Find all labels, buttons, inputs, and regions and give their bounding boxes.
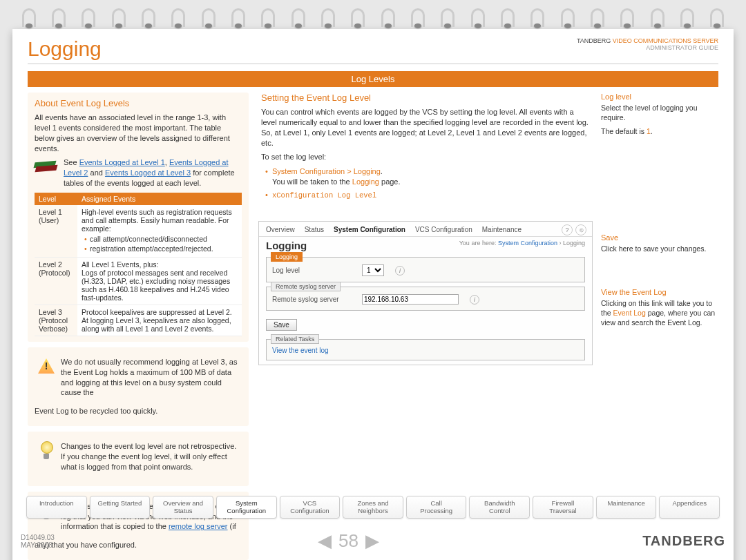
prev-page-icon[interactable]: ◀ — [318, 530, 332, 552]
screenshot: ?⎋ Overview Status System Configuration … — [258, 221, 593, 365]
lbl-syslog: Remote syslog server — [272, 296, 355, 303]
link-level3[interactable]: Events Logged at Level 3 — [105, 168, 191, 177]
page-number: 58 — [338, 530, 358, 552]
warn-text: We do not usually recommend logging at L… — [61, 357, 239, 398]
input-syslog[interactable] — [362, 294, 459, 305]
lbl-loglevel: Log level — [272, 267, 355, 274]
btab-vcsconfig[interactable]: VCSConfiguration — [280, 496, 341, 519]
footer-docinfo: D14049.03MAY 2008 — [21, 534, 55, 549]
ss-tab-status[interactable]: Status — [305, 226, 324, 233]
doc-title: TANDBERG VIDEO COMMUNICATIONS SERVER ADM… — [577, 37, 718, 51]
fs-related: Related Tasks View the event log — [266, 339, 585, 360]
path-cli: xConfiguration Log Level — [265, 190, 590, 200]
info-icon[interactable]: i — [395, 266, 405, 276]
help-icon[interactable]: ? — [562, 224, 573, 235]
section-bar: Log Levels — [28, 71, 718, 87]
link-remotelog[interactable]: remote log server — [169, 522, 228, 530]
page-title: Logging — [28, 37, 102, 61]
cell-l3: Level 3(Protocol Verbose) — [35, 305, 77, 336]
next-page-icon[interactable]: ▶ — [365, 530, 379, 552]
btab-sysconfig[interactable]: SystemConfiguration — [216, 496, 277, 519]
callout-viewlog: View the Event Log Clicking on this link… — [601, 288, 718, 328]
about-heading: About Event Log Levels — [35, 98, 242, 108]
tip1-text: Changes to the event log level are not r… — [61, 441, 239, 472]
btab-bandwidth[interactable]: BandwidthControl — [469, 496, 530, 519]
logout-icon[interactable]: ⎋ — [575, 224, 586, 235]
ss-tab-sysconfig[interactable]: System Configuration — [334, 226, 405, 233]
pager: ◀ 58 ▶ — [318, 530, 379, 552]
ss-title: Logging — [266, 240, 307, 251]
ss-tabbar: Overview Status System Configuration VCS… — [259, 222, 592, 237]
page: Logging TANDBERG VIDEO COMMUNICATIONS SE… — [12, 29, 734, 560]
btab-intro[interactable]: Introduction — [26, 496, 87, 519]
cell-l1: Level 1(User) — [35, 205, 77, 258]
toset: To set the log level: — [261, 152, 590, 162]
ss-breadcrumb: You are here: System Configuration › Log… — [459, 240, 585, 251]
ss-tab-overview[interactable]: Overview — [266, 226, 295, 233]
th-events: Assigned Events — [77, 193, 242, 205]
cell-l2: Level 2(Protocol) — [35, 257, 77, 305]
warn-text-2: Event Log to be recycled too quickly. — [35, 406, 242, 416]
cell-l3-desc: Protocol keepalives are suppressed at Le… — [77, 305, 242, 336]
cell-l1-desc: High-level events such as registration r… — [77, 205, 242, 258]
ss-tab-maint[interactable]: Maintenance — [482, 226, 522, 233]
cell-l2-desc: All Level 1 Events, plus:Logs of protoco… — [77, 257, 242, 305]
fs-logging: Logging Log level 1 i — [266, 257, 585, 282]
see-links: See Events Logged at Level 1, Events Log… — [64, 157, 242, 189]
spiral-binding — [0, 0, 746, 29]
callout-save: Save Click here to save your changes. — [601, 233, 718, 253]
ss-tab-vcsconfig[interactable]: VCS Configuration — [415, 226, 472, 233]
btab-getting[interactable]: Getting Started — [90, 496, 151, 519]
link-view-eventlog[interactable]: View the event log — [272, 347, 329, 354]
btab-overview[interactable]: Overview andStatus — [153, 496, 213, 519]
setting-text: You can control which events are logged … — [261, 107, 590, 148]
books-icon — [35, 157, 58, 178]
th-level: Level — [35, 193, 77, 205]
bottom-tabs: Introduction Getting Started Overview an… — [12, 496, 734, 519]
levels-table: LevelAssigned Events Level 1(User) High-… — [35, 193, 242, 336]
btab-maint[interactable]: Maintenance — [596, 496, 657, 519]
select-loglevel[interactable]: 1 — [362, 264, 384, 276]
lightbulb-icon — [37, 441, 55, 459]
path-web: System Configuration > Logging.You will … — [265, 166, 590, 187]
btab-call[interactable]: CallProcessing — [406, 496, 467, 519]
warning-icon: ! — [37, 357, 55, 375]
save-button[interactable]: Save — [266, 319, 297, 331]
callout-loglevel: Log level Select the level of logging yo… — [601, 93, 718, 137]
brand-logo: TANDBERG — [642, 533, 725, 549]
link-level1[interactable]: Events Logged at Level 1 — [79, 158, 165, 166]
btab-appendices[interactable]: Appendices — [659, 496, 720, 519]
btab-firewall[interactable]: FirewallTraversal — [533, 496, 593, 519]
btab-zones[interactable]: Zones andNeighbors — [343, 496, 403, 519]
info-icon[interactable]: i — [470, 295, 479, 305]
about-text: All events have an associated level in t… — [35, 113, 242, 153]
fs-syslog: Remote syslog server Remote syslog serve… — [266, 287, 585, 311]
setting-heading: Setting the Event Log Level — [261, 93, 590, 103]
